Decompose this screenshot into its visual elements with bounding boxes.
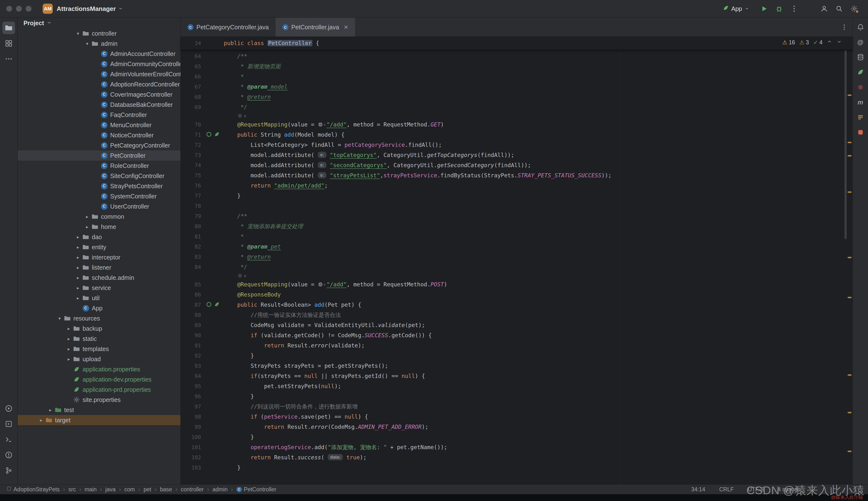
tree-item-upload[interactable]: ▸ upload (18, 354, 181, 364)
code-line[interactable]: 102 return Result.success( data: true); (181, 452, 853, 462)
warnings-badge[interactable]: ⚠16 (782, 39, 795, 46)
project-folder-icon[interactable] (2, 22, 15, 34)
code-line[interactable]: 98 if (petService.save(pet) == null) { (181, 412, 853, 422)
notifications-icon[interactable] (855, 21, 866, 33)
breadcrumb-item[interactable]: base (160, 486, 172, 493)
code-line[interactable]: 89 CodeMsg validate = ValidateEntityUtil… (181, 320, 853, 330)
coverage-icon[interactable] (855, 82, 866, 93)
tree-item-coverimagescontroller[interactable]: C CoverImagesController (18, 89, 181, 99)
code-line[interactable]: 96 } (181, 391, 853, 402)
breadcrumb-item[interactable]: CPetController (236, 486, 276, 493)
tree-item-schedule-admin[interactable]: ▸ schedule.admin (18, 273, 181, 283)
code-line[interactable]: 72 List<PetCategory> findAll = petCatego… (181, 140, 853, 150)
code-line[interactable]: 76 return "admin/pet/add"; (181, 181, 853, 191)
code-line[interactable]: 71 public String add(Model model) { (181, 130, 853, 140)
code-line[interactable]: 73 model.addAttribute( s: "topCategorys"… (181, 150, 853, 160)
tree-item-app[interactable]: C App (18, 303, 181, 313)
warning-stripe-mark[interactable] (848, 374, 851, 376)
tree-item-petcontroller[interactable]: C PetController (18, 150, 181, 161)
code-editor[interactable]: 64 /** 65 * 新增宠物页面 66 * 67 (181, 50, 853, 484)
tree-item-usercontroller[interactable]: C UserController (18, 201, 181, 212)
code-line[interactable]: 101 operaterLogService.add("添加宠物, 宠物名: "… (181, 442, 853, 452)
code-line[interactable]: 99 return Result.error(CodeMsg.ADMIN_PET… (181, 422, 853, 432)
tree-item-util[interactable]: ▸ util (18, 293, 181, 303)
project-panel-header[interactable]: Project (18, 18, 181, 28)
maximize-window-button[interactable] (26, 6, 32, 12)
breadcrumb-item[interactable]: java (105, 486, 116, 493)
warning-stripe-mark[interactable] (848, 412, 851, 413)
tree-item-site-properties[interactable]: site.properties (18, 395, 181, 405)
code-line[interactable]: 75 model.addAttribute( s: "strayPetsList… (181, 170, 853, 181)
endpoint-gutter-icon[interactable] (206, 301, 212, 308)
code-line[interactable]: 65 * 新增宠物页面 (181, 61, 853, 72)
chevron-right-icon[interactable]: ▸ (83, 224, 91, 230)
breadcrumb-item[interactable]: pet (144, 486, 151, 493)
tree-item-templates[interactable]: ▸ templates (18, 344, 181, 354)
chevron-right-icon[interactable]: ▸ (65, 346, 73, 352)
problems-icon[interactable] (2, 449, 15, 461)
chevron-right-icon[interactable]: ▸ (74, 234, 82, 240)
mapping-gear-icon[interactable]: ∨ (237, 113, 247, 118)
tree-item-adminaccountcontroller[interactable]: C AdminAccountController (18, 49, 181, 59)
tree-item-application-properties[interactable]: application.properties (18, 364, 181, 374)
tree-item-admin[interactable]: ▾ admin (18, 39, 181, 49)
code-line[interactable]: 88 //用统一验证实体方法验证是否合法 (181, 310, 853, 320)
search-everywhere-icon[interactable] (834, 3, 845, 14)
code-line[interactable]: 90 if (validate.getCode() != CodeMsg.SUC… (181, 330, 853, 340)
run-configuration-selector[interactable]: App (723, 5, 749, 13)
tree-item-adminvolunteerenrollcontroller[interactable]: C AdminVolunteerEnrollController (18, 69, 181, 79)
maven-icon[interactable]: m (855, 96, 866, 108)
code-line[interactable]: 84 */ (181, 262, 853, 272)
spring-gutter-icon[interactable] (214, 301, 220, 308)
project-switcher[interactable]: AttractionsManager (57, 5, 123, 13)
close-window-button[interactable] (6, 6, 12, 12)
breadcrumb-item[interactable]: admin (213, 486, 228, 493)
warning-stripe-mark[interactable] (848, 95, 851, 96)
chevron-right-icon[interactable]: ▸ (74, 295, 82, 301)
chevron-down-icon[interactable]: ▾ (83, 41, 91, 46)
database-icon[interactable] (855, 51, 866, 63)
tree-item-faqcontroller[interactable]: C FaqController (18, 110, 181, 120)
warning-stripe-mark[interactable] (848, 191, 851, 193)
chevron-right-icon[interactable]: ▸ (74, 275, 82, 280)
tree-item-service[interactable]: ▸ service (18, 283, 181, 293)
code-line[interactable]: 94 if(strayPets == null || strayPets.get… (181, 371, 853, 381)
tree-item-interceptor[interactable]: ▸ interceptor (18, 252, 181, 262)
git-branch-icon[interactable] (2, 464, 15, 477)
modules-icon[interactable] (2, 37, 15, 50)
previous-problem-button[interactable] (827, 39, 832, 46)
code-line[interactable]: 80 * 宠物添加表单提交处理 (181, 221, 853, 231)
editor-tab-petcontroller-java[interactable]: C PetController.java × (275, 18, 355, 36)
code-line[interactable]: 82 * @param pet (181, 242, 853, 252)
more-icon[interactable] (2, 53, 15, 65)
url-globe-icon[interactable]: ∨ (318, 119, 325, 130)
tree-item-systemcontroller[interactable]: C SystemController (18, 191, 181, 201)
services-icon[interactable] (2, 418, 15, 430)
chevron-down-icon[interactable]: ▾ (74, 31, 82, 36)
terminal-icon[interactable] (2, 433, 15, 446)
code-line[interactable]: 66 * (181, 72, 853, 82)
chevron-right-icon[interactable]: ▸ (74, 285, 82, 291)
code-line[interactable]: 81 * (181, 231, 853, 242)
breadcrumb-item[interactable]: controller (181, 486, 204, 493)
chevron-right-icon[interactable]: ▸ (65, 356, 73, 362)
passed-badge[interactable]: ✓4 (813, 39, 823, 46)
tree-item-rolecontroller[interactable]: C RoleController (18, 161, 181, 171)
next-problem-button[interactable] (836, 39, 842, 46)
chevron-right-icon[interactable]: ▸ (74, 244, 82, 250)
chevron-right-icon[interactable]: ▸ (65, 336, 73, 342)
endpoints-icon[interactable] (855, 66, 866, 78)
bookmarks-icon[interactable] (855, 127, 866, 138)
todo-icon[interactable] (855, 111, 866, 123)
code-line[interactable]: 64 /** (181, 51, 853, 61)
tree-item-common[interactable]: ▸ common (18, 212, 181, 222)
code-with-me-icon[interactable] (818, 3, 830, 14)
breadcrumb-item[interactable]: main (85, 486, 97, 493)
sticky-class-declaration[interactable]: 34 public class PetController { ⚠16 ⚠3 ✓… (181, 37, 853, 50)
tree-item-databasebakcontroller[interactable]: C DatabaseBakController (18, 99, 181, 110)
breadcrumb-item[interactable]: com (124, 486, 135, 493)
tree-item-backup[interactable]: ▸ backup (18, 323, 181, 333)
tree-item-application-dev-properties[interactable]: application-dev.properties (18, 374, 181, 384)
code-line[interactable]: 87 public Result<Boolean> add(Pet pet) { (181, 300, 853, 310)
tree-item-listener[interactable]: ▸ listener (18, 262, 181, 273)
